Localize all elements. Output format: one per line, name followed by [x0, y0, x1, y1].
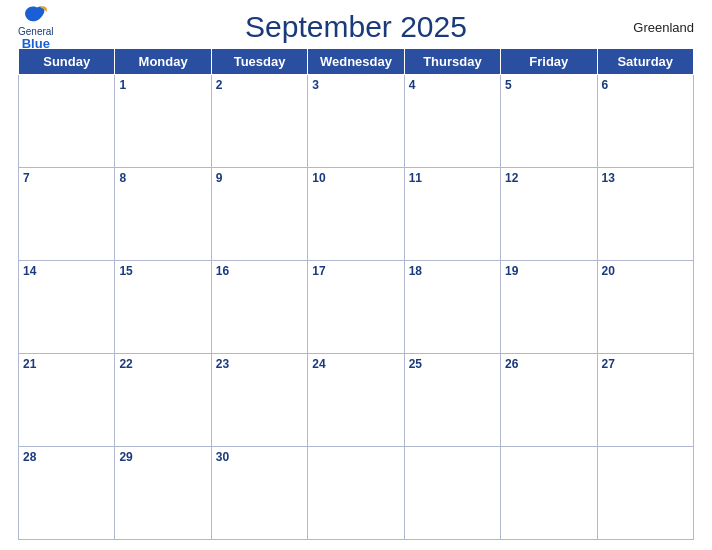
- calendar-cell: 12: [501, 168, 597, 261]
- calendar-cell: 22: [115, 354, 211, 447]
- calendar-cell: 18: [404, 261, 500, 354]
- day-number: 26: [505, 356, 592, 373]
- day-number: 30: [216, 449, 303, 466]
- logo-text-blue: Blue: [22, 37, 50, 51]
- day-number: 2: [216, 77, 303, 94]
- col-sunday: Sunday: [19, 49, 115, 75]
- day-number: 22: [119, 356, 206, 373]
- week-row-1: 78910111213: [19, 168, 694, 261]
- day-number: 4: [409, 77, 496, 94]
- calendar-cell: 28: [19, 447, 115, 540]
- calendar-cell: 21: [19, 354, 115, 447]
- calendar-cell: 4: [404, 75, 500, 168]
- calendar-cell: 20: [597, 261, 693, 354]
- day-number: 6: [602, 77, 689, 94]
- calendar-cell: 8: [115, 168, 211, 261]
- col-friday: Friday: [501, 49, 597, 75]
- day-number: 24: [312, 356, 399, 373]
- calendar-cell: 30: [211, 447, 307, 540]
- calendar-cell: 3: [308, 75, 404, 168]
- day-number: 1: [119, 77, 206, 94]
- calendar-cell: 1: [115, 75, 211, 168]
- calendar-cell: 10: [308, 168, 404, 261]
- day-number: 19: [505, 263, 592, 280]
- col-wednesday: Wednesday: [308, 49, 404, 75]
- calendar-cell: 19: [501, 261, 597, 354]
- calendar-cell: 7: [19, 168, 115, 261]
- week-row-3: 21222324252627: [19, 354, 694, 447]
- calendar-cell: 15: [115, 261, 211, 354]
- day-number: 7: [23, 170, 110, 187]
- calendar-cell: 9: [211, 168, 307, 261]
- day-number: 28: [23, 449, 110, 466]
- calendar-cell: [404, 447, 500, 540]
- calendar-cell: [308, 447, 404, 540]
- calendar-cell: 11: [404, 168, 500, 261]
- day-number: 20: [602, 263, 689, 280]
- week-row-4: 282930: [19, 447, 694, 540]
- day-number: 29: [119, 449, 206, 466]
- calendar-header: General Blue September 2025 Greenland: [18, 10, 694, 44]
- calendar-cell: 23: [211, 354, 307, 447]
- day-header-row: Sunday Monday Tuesday Wednesday Thursday…: [19, 49, 694, 75]
- region-label: Greenland: [633, 20, 694, 35]
- day-number: 27: [602, 356, 689, 373]
- col-thursday: Thursday: [404, 49, 500, 75]
- calendar-cell: 26: [501, 354, 597, 447]
- day-number: 8: [119, 170, 206, 187]
- calendar-cell: 25: [404, 354, 500, 447]
- week-row-2: 14151617181920: [19, 261, 694, 354]
- day-number: 15: [119, 263, 206, 280]
- day-number: 16: [216, 263, 303, 280]
- day-number: 9: [216, 170, 303, 187]
- day-number: 17: [312, 263, 399, 280]
- day-number: 13: [602, 170, 689, 187]
- week-row-0: 123456: [19, 75, 694, 168]
- day-number: 3: [312, 77, 399, 94]
- day-number: 12: [505, 170, 592, 187]
- calendar-table: Sunday Monday Tuesday Wednesday Thursday…: [18, 48, 694, 540]
- calendar-cell: [19, 75, 115, 168]
- col-tuesday: Tuesday: [211, 49, 307, 75]
- month-title: September 2025: [245, 10, 467, 44]
- logo: General Blue: [18, 3, 54, 51]
- calendar-cell: 2: [211, 75, 307, 168]
- calendar-cell: 6: [597, 75, 693, 168]
- day-number: 21: [23, 356, 110, 373]
- calendar-cell: 13: [597, 168, 693, 261]
- calendar-cell: [501, 447, 597, 540]
- calendar-cell: 14: [19, 261, 115, 354]
- day-number: 25: [409, 356, 496, 373]
- day-number: 5: [505, 77, 592, 94]
- day-number: 18: [409, 263, 496, 280]
- calendar-cell: 5: [501, 75, 597, 168]
- calendar-cell: 16: [211, 261, 307, 354]
- calendar-cell: 29: [115, 447, 211, 540]
- col-saturday: Saturday: [597, 49, 693, 75]
- col-monday: Monday: [115, 49, 211, 75]
- day-number: 10: [312, 170, 399, 187]
- day-number: 14: [23, 263, 110, 280]
- calendar-cell: [597, 447, 693, 540]
- logo-bird-icon: [22, 3, 50, 25]
- calendar-cell: 27: [597, 354, 693, 447]
- calendar-cell: 17: [308, 261, 404, 354]
- day-number: 11: [409, 170, 496, 187]
- calendar-cell: 24: [308, 354, 404, 447]
- day-number: 23: [216, 356, 303, 373]
